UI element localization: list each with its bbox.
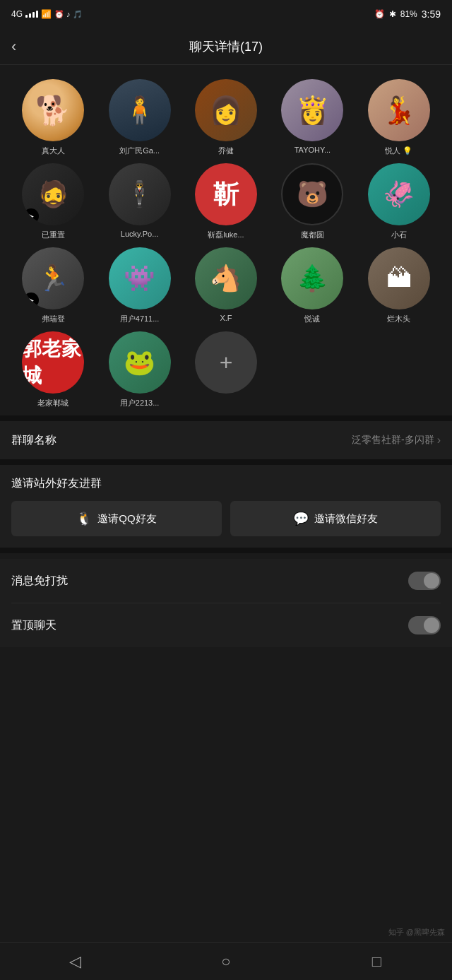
nav-recent-button[interactable]: □ — [302, 952, 452, 971]
member-item[interactable]: 🐻 魔都圆 — [270, 163, 354, 240]
signal-bar-1 — [25, 15, 28, 18]
member-name: TAYOHY... — [295, 146, 331, 154]
network-indicator: 4G — [11, 9, 23, 19]
avatar: 郭老家城 — [22, 331, 84, 394]
member-item[interactable]: 💃 悦人 💡 — [357, 79, 441, 156]
member-name: 悦人 💡 — [385, 146, 412, 156]
divider-1 — [0, 415, 452, 421]
avatar: 🧔 ▶ — [22, 163, 84, 225]
bluetooth-icon: ✱ — [389, 9, 396, 19]
member-item[interactable]: 👩 乔健 — [184, 79, 268, 156]
member-name: 已重置 — [42, 230, 65, 240]
avatar: 🐻 — [281, 163, 343, 225]
add-icon: + — [195, 331, 257, 394]
alarm-icon: ⏰ — [374, 9, 385, 19]
member-name: 刘广民Ga... — [119, 146, 160, 156]
page-title: 聊天详情(17) — [189, 38, 263, 55]
avatar: 🐕 — [22, 79, 84, 141]
member-name: 真大人 — [42, 146, 65, 156]
pin-row: 置顶聊天 — [11, 603, 441, 647]
invite-section: 邀请站外好友进群 🐧 邀请QQ好友 💬 邀请微信好友 — [0, 465, 452, 548]
extra-icons: ⏰ ♪ 🎵 — [54, 10, 83, 19]
watermark: 知乎 @黑啤先森 — [388, 927, 445, 938]
nav-back-button[interactable]: ◁ — [0, 952, 150, 971]
group-name-row[interactable]: 群聊名称 泛零售社群-多闪群 › — [11, 421, 441, 459]
member-name: 魔都圆 — [301, 230, 324, 240]
member-name: 老家郸城 — [37, 398, 69, 408]
member-name: 烂木头 — [387, 314, 410, 324]
status-left: 4G 📶 ⏰ ♪ 🎵 — [11, 9, 83, 19]
avatar: 💃 — [368, 79, 430, 141]
member-name: 弗瑞登 — [42, 314, 65, 324]
member-item[interactable]: 🏔 烂木头 — [357, 247, 441, 324]
tiktok-badge: ▶ — [23, 208, 39, 224]
bottom-spacer — [0, 647, 452, 704]
avatar: 🕴 — [109, 163, 171, 225]
page-header: ‹ 聊天详情(17) — [0, 28, 452, 65]
member-item[interactable]: 🐕 真大人 — [11, 79, 95, 156]
member-item[interactable]: 🐸 用户2213... — [97, 331, 181, 408]
dnd-label: 消息免打扰 — [11, 574, 68, 589]
avatar: 🐴 — [195, 247, 257, 309]
tiktok-badge: ▶ — [23, 293, 39, 308]
pin-toggle[interactable] — [408, 616, 441, 634]
status-right: ⏰ ✱ 81% 3:59 — [374, 8, 441, 20]
signal-bars — [25, 11, 38, 18]
avatar: 🏔 — [368, 247, 430, 309]
avatar: 👸 — [281, 79, 343, 141]
group-name-value: 泛零售社群-多闪群 › — [352, 434, 441, 447]
members-section: 🐕 真大人 🧍 刘广民Ga... 👩 乔健 👸 TAYOHY... 💃 — [0, 65, 452, 415]
member-item[interactable]: 👸 TAYOHY... — [270, 79, 354, 156]
avatar: 👩 — [195, 79, 257, 141]
avatar: 🏃 ▶ — [22, 247, 84, 309]
hanzi-text: 靳 — [213, 177, 239, 212]
member-item[interactable]: 🌲 悦诚 — [270, 247, 354, 324]
signal-bar-4 — [36, 11, 38, 18]
member-name: 乔健 — [218, 146, 234, 156]
member-name: 用户2213... — [120, 398, 160, 408]
wechat-icon: 💬 — [293, 511, 309, 526]
signal-bar-3 — [32, 12, 35, 18]
pin-label: 置顶聊天 — [11, 618, 56, 633]
member-name: 靳磊luke... — [208, 230, 244, 240]
bottom-navigation: ◁ ○ □ — [0, 942, 452, 980]
member-item[interactable]: 🐴 X.F — [184, 247, 268, 324]
avatar: 🌲 — [281, 247, 343, 309]
dnd-row: 消息免打扰 — [11, 559, 441, 603]
invite-qq-button[interactable]: 🐧 邀请QQ好友 — [11, 501, 222, 536]
member-item[interactable]: 郭老家城 老家郸城 — [11, 331, 95, 408]
member-item[interactable]: 🏃 ▶ 弗瑞登 — [11, 247, 95, 324]
member-item[interactable]: 🧔 ▶ 已重置 — [11, 163, 95, 240]
nav-home-button[interactable]: ○ — [150, 952, 301, 971]
invite-buttons-container: 🐧 邀请QQ好友 💬 邀请微信好友 — [11, 501, 441, 536]
member-name: 小石 — [391, 230, 407, 240]
invite-wechat-button[interactable]: 💬 邀请微信好友 — [230, 501, 441, 536]
plus-icon: + — [220, 350, 233, 376]
signal-bar-2 — [29, 13, 31, 18]
back-button[interactable]: ‹ — [11, 37, 16, 56]
group-name-text: 泛零售社群-多闪群 — [352, 434, 434, 447]
add-member-button[interactable]: + . — [184, 331, 268, 408]
hanzi-text: 郭老家城 — [22, 336, 84, 389]
avatar: 靳 — [195, 163, 257, 225]
toggle-section: 消息免打扰 置顶聊天 — [0, 559, 452, 647]
member-item[interactable]: 🧍 刘广民Ga... — [97, 79, 181, 156]
member-item[interactable]: 🦑 小石 — [357, 163, 441, 240]
time-display: 3:59 — [422, 8, 441, 20]
member-item[interactable]: 👾 用户4711... — [97, 247, 181, 324]
invite-title: 邀请站外好友进群 — [11, 476, 441, 491]
member-item[interactable]: 靳 靳磊luke... — [184, 163, 268, 240]
battery-text: 81% — [400, 9, 417, 19]
dnd-toggle[interactable] — [408, 572, 441, 590]
chevron-right-icon: › — [437, 434, 441, 447]
wifi-icon: 📶 — [41, 9, 52, 19]
avatar: 👾 — [109, 247, 171, 309]
member-item[interactable]: 🕴 Lucky.Po... — [97, 163, 181, 240]
qq-icon: 🐧 — [76, 511, 92, 526]
members-grid: 🐕 真大人 🧍 刘广民Ga... 👩 乔健 👸 TAYOHY... 💃 — [11, 79, 441, 408]
avatar: 🦑 — [368, 163, 430, 225]
divider-3 — [0, 548, 452, 553]
add-label: . — [225, 398, 227, 406]
member-name: Lucky.Po... — [121, 230, 159, 238]
member-name: 用户4711... — [120, 314, 160, 324]
